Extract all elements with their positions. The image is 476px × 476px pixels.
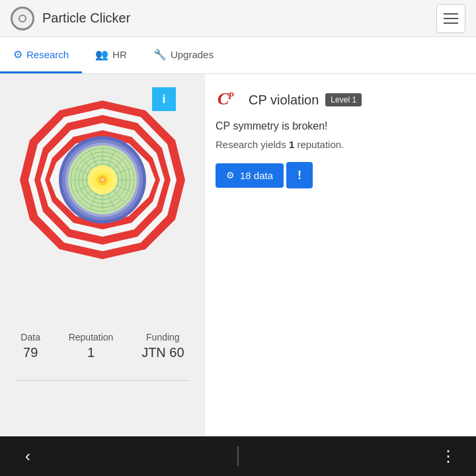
stats-row: Data 79 Reputation 1 Funding JTN 60 [0,319,205,367]
hamburger-line-1 [444,13,458,15]
level-badge: Level 1 [325,93,362,106]
upgrades-tab-label: Upgrades [171,49,214,60]
stat-funding-label: Funding [146,332,180,342]
top-bar: Particle Clicker [0,0,476,37]
research-yield: Research yields 1 reputation. [216,139,465,150]
stat-reputation: Reputation 1 [69,332,114,360]
tab-research[interactable]: ⚙ Research [0,37,82,73]
stat-data: Data 79 [20,332,40,360]
cp-violation-icon: C P [216,87,242,112]
research-yield-value: 1 [289,139,294,150]
back-button[interactable]: ‹ [13,442,42,471]
research-item-header: C P CP violation Level 1 [216,87,465,112]
hamburger-line-2 [444,18,458,19]
stat-reputation-value: 1 [87,345,95,360]
app-icon [11,7,34,30]
stat-data-value: 79 [23,345,38,360]
research-tab-icon: ⚙ [13,48,22,61]
stat-funding: Funding JTN 60 [141,332,184,360]
upgrades-tab-icon: 🔧 [153,48,167,61]
app-branding: Particle Clicker [11,7,130,30]
particle-visualization [17,94,188,319]
research-info-button[interactable]: ! [286,162,313,188]
tab-hr[interactable]: 👥 HR [82,37,140,73]
app-title: Particle Clicker [42,11,130,26]
hr-tab-label: HR [112,49,127,60]
stat-funding-value: JTN 60 [141,345,184,360]
panel-divider [17,380,188,381]
exclaim-label: ! [298,169,301,182]
bottom-divider [237,446,239,466]
research-item-cp-violation: C P CP violation Level 1 CP symmetry is … [216,87,465,188]
research-item-title: CP violation [249,93,319,108]
stat-reputation-label: Reputation [69,332,114,342]
hr-tab-icon: 👥 [95,48,108,61]
left-panel: i [0,74,205,436]
research-action-buttons: ⚙ 18 data ! [216,162,465,188]
main-content: i [0,74,476,436]
gear-icon: ⚙ [226,170,235,180]
more-options-button[interactable]: ⋮ [434,442,463,471]
info-badge-label: i [162,93,165,106]
research-data-button[interactable]: ⚙ 18 data [216,163,284,188]
research-yield-suffix: reputation. [294,139,344,150]
svg-text:P: P [228,91,234,101]
tab-bar: ⚙ Research 👥 HR 🔧 Upgrades [0,37,476,74]
app-icon-inner [19,15,26,22]
menu-button[interactable] [436,4,465,33]
right-panel: C P CP violation Level 1 CP symmetry is … [205,74,476,436]
bottom-bar: ‹ ⋮ [0,436,476,476]
research-yield-prefix: Research yields [216,139,289,150]
svg-point-28 [100,178,104,182]
hamburger-line-3 [444,22,458,24]
tab-upgrades[interactable]: 🔧 Upgrades [140,37,227,73]
info-badge[interactable]: i [152,87,176,111]
research-tab-label: Research [26,49,69,60]
research-description: CP symmetry is broken! [216,119,465,134]
stat-data-label: Data [20,332,40,342]
data-button-label: 18 data [240,170,273,181]
